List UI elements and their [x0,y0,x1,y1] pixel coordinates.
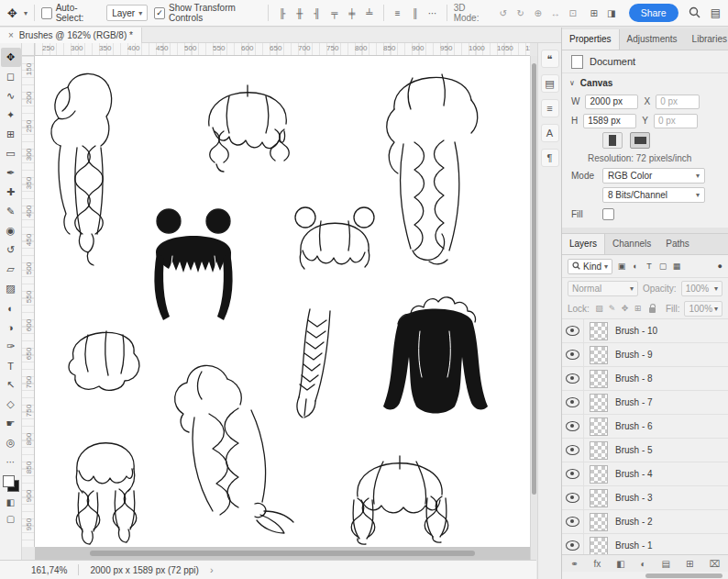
layer-row[interactable]: Brush - 8 [562,367,728,391]
swatches-panel-icon[interactable]: ▤ [541,74,559,93]
object-selection-tool[interactable]: ✦ [1,106,21,125]
layer-row[interactable]: Brush - 7 [562,391,728,415]
layer-thumbnail[interactable] [590,370,608,388]
layer-thumbnail[interactable] [590,465,608,484]
3d-slide-icon[interactable]: ↔ [548,8,563,18]
layer-thumbnail[interactable] [590,346,608,364]
3d-orbit-icon[interactable]: ↺ [496,8,511,18]
layer-row[interactable]: Brush - 2 [562,510,728,534]
canvas-y-input[interactable]: 0 px [654,114,698,128]
layer-visibility-toggle[interactable] [562,367,584,390]
clone-stamp-tool[interactable]: ◉ [1,221,21,240]
align-horizontal-centers-icon[interactable]: ╫ [292,8,307,18]
shape-tool[interactable]: ◇ [1,395,21,414]
more-align-options-icon[interactable]: ⋯ [425,8,440,18]
fill-checkbox[interactable] [602,208,614,220]
adjustments-panel-icon[interactable]: ≡ [541,99,559,117]
layer-thumbnail[interactable] [590,489,608,507]
filter-shape-layers-icon[interactable]: ▢ [657,262,668,271]
arrange-icon[interactable]: ⊞ [587,8,601,18]
comments-panel-icon[interactable]: ❝ [541,50,559,68]
link-layers-icon[interactable]: ⚭ [570,559,578,569]
move-tool[interactable]: ✥ [1,48,21,67]
vertical-scrollbar-thumb[interactable] [532,63,536,495]
layer-row[interactable]: Brush - 4 [562,462,728,486]
lock-all-icon[interactable] [649,307,656,313]
layer-visibility-toggle[interactable] [562,462,584,485]
lock-artboard-icon[interactable]: ⊞ [633,304,643,313]
canvas-x-input[interactable]: 0 px [656,95,700,109]
blend-mode-dropdown[interactable]: Normal ▾ [568,281,638,296]
character-panel-icon[interactable]: A [541,124,559,142]
tab-paths[interactable]: Paths [658,234,697,254]
preview-icon[interactable]: ◨ [604,8,619,18]
opacity-dropdown[interactable]: 100% ▾ [681,281,722,296]
blur-tool[interactable]: ◐ [1,298,21,317]
marquee-tool[interactable]: ◻ [1,67,21,86]
brush-tool[interactable]: ✎ [1,202,21,221]
lock-pixels-icon[interactable]: ✎ [607,304,617,313]
align-bottom-edges-icon[interactable]: ╧ [362,8,377,18]
auto-select-checkbox[interactable] [41,7,52,19]
layer-visibility-toggle[interactable] [562,319,584,342]
layer-visibility-toggle[interactable] [562,415,584,438]
hand-tool[interactable]: ☛ [1,414,21,433]
screen-mode-icon[interactable]: ▢ [1,511,21,526]
layer-visibility-toggle[interactable] [562,510,584,533]
foreground-color-swatch[interactable] [3,475,15,487]
close-icon[interactable]: × [8,30,14,40]
eraser-tool[interactable]: ▱ [1,260,21,279]
tab-channels[interactable]: Channels [605,234,658,254]
align-right-edges-icon[interactable]: ╢ [310,8,325,18]
horizontal-scrollbar-thumb[interactable] [90,551,475,556]
layer-visibility-toggle[interactable] [562,486,584,509]
layer-thumbnail[interactable] [590,418,608,436]
distribute-vertical-icon[interactable]: ≡ [391,8,405,18]
filter-smart-objects-icon[interactable]: ▦ [671,262,682,271]
layer-thumbnail[interactable] [590,537,608,555]
canvas-width-input[interactable]: 2000 px [585,95,638,109]
align-vertical-centers-icon[interactable]: ╪ [345,8,359,18]
tab-layers[interactable]: Layers [562,234,605,254]
zoom-tool[interactable]: ◎ [1,433,21,452]
canvas-height-input[interactable]: 1589 px [583,114,636,128]
orientation-portrait-button[interactable] [602,132,623,149]
layer-row[interactable]: Brush - 3 [562,486,728,510]
filter-type-layers-icon[interactable]: T [644,262,655,271]
zoom-level-field[interactable]: 161,74% [31,565,67,575]
align-top-edges-icon[interactable]: ╤ [327,8,342,18]
filter-toggle-icon[interactable]: ● [718,262,722,271]
add-layer-mask-icon[interactable]: ◧ [616,559,624,569]
chevron-right-icon[interactable]: › [210,564,214,575]
healing-brush-tool[interactable]: ✚ [1,183,21,202]
layer-row[interactable]: Brush - 6 [562,415,728,439]
3d-drag-icon[interactable]: ⊕ [531,8,546,18]
layer-effects-icon[interactable]: fx [593,559,601,569]
distribute-horizontal-icon[interactable]: ║ [408,8,423,18]
tab-adjustments[interactable]: Adjustments [620,29,685,50]
frame-tool[interactable]: ▭ [1,144,21,163]
history-brush-tool[interactable]: ↺ [1,240,21,260]
layer-row[interactable]: Brush - 9 [562,343,728,367]
layer-filter-dropdown[interactable]: Kind ▾ [568,259,612,274]
color-swatches[interactable] [2,474,20,493]
align-left-edges-icon[interactable]: ╟ [275,8,290,18]
quick-mask-icon[interactable]: ◧ [1,495,21,509]
new-layer-icon[interactable]: ⊞ [686,559,693,569]
share-button[interactable]: Share [629,4,678,22]
current-tool-icon[interactable]: ✥ [7,6,17,20]
layer-thumbnail[interactable] [590,394,608,412]
tab-libraries[interactable]: Libraries [685,29,728,50]
document-tab[interactable]: × Brushes @ 162% (RGB/8) * [0,28,142,43]
orientation-landscape-button[interactable] [630,132,650,149]
canvas-section-header[interactable]: ∨ Canvas [562,73,728,92]
gradient-tool[interactable]: ▨ [1,279,21,298]
pen-tool[interactable]: ✑ [1,337,21,356]
crop-tool[interactable]: ⊞ [1,125,21,144]
tab-properties[interactable]: Properties [562,29,620,50]
type-tool[interactable]: T [1,356,21,375]
lasso-tool[interactable]: ∿ [1,86,21,106]
filter-pixel-layers-icon[interactable]: ▣ [616,262,627,271]
filter-adjustment-layers-icon[interactable]: ◐ [630,262,641,271]
workspace-switcher-icon[interactable]: ▤ [711,6,721,19]
